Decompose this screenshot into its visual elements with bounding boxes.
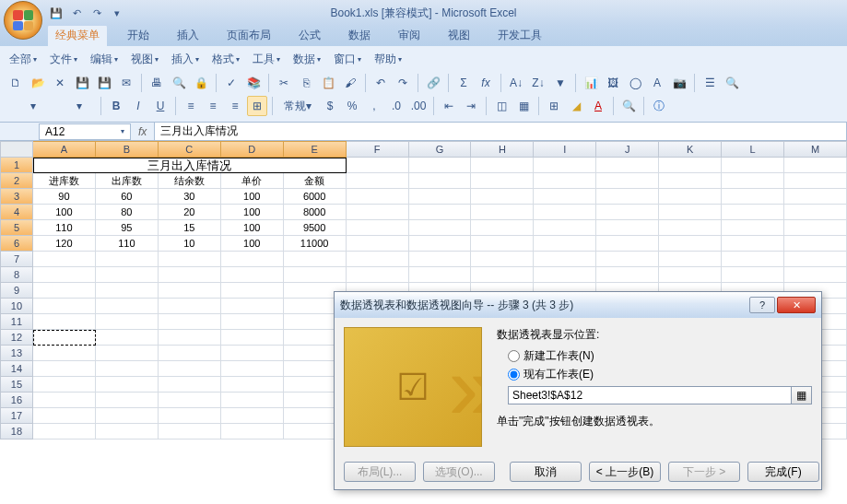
cell[interactable] (159, 408, 221, 424)
col-header-D[interactable]: D (221, 141, 284, 158)
qat-dropdown-icon[interactable]: ▾ (109, 5, 125, 21)
menu-format[interactable]: 格式▾ (208, 50, 243, 69)
options-button[interactable]: 选项(O)... (423, 462, 495, 482)
cell[interactable] (534, 267, 596, 283)
col-header-M[interactable]: M (784, 141, 847, 158)
cell[interactable] (159, 314, 221, 330)
cell[interactable] (471, 220, 534, 236)
radio-new-sheet-input[interactable] (508, 350, 520, 362)
inc-indent-icon[interactable]: ⇥ (461, 96, 481, 116)
cell[interactable]: 30 (159, 189, 221, 205)
format-painter-icon[interactable]: 🖌 (340, 73, 360, 93)
preview-icon[interactable]: 🔍 (169, 73, 189, 93)
formula-bar[interactable]: 三月出入库情况 (154, 122, 847, 141)
dec-indent-icon[interactable]: ⇤ (439, 96, 459, 116)
cell[interactable]: 6000 (284, 189, 347, 205)
currency-icon[interactable]: $ (320, 96, 340, 116)
cell[interactable] (471, 158, 534, 173)
cell[interactable] (33, 299, 96, 314)
cell[interactable] (471, 267, 534, 283)
tab-formula[interactable]: 公式 (291, 25, 328, 46)
cell[interactable]: 8000 (284, 205, 347, 220)
row-header-18[interactable]: 18 (0, 424, 33, 440)
cell[interactable] (409, 158, 472, 173)
cell[interactable] (534, 173, 596, 189)
col-header-B[interactable]: B (96, 141, 159, 158)
menu-all[interactable]: 全部▾ (6, 50, 41, 69)
cell[interactable] (722, 189, 784, 205)
row-header-3[interactable]: 3 (0, 189, 33, 205)
show-icon[interactable]: ☰ (700, 73, 720, 93)
col-header-I[interactable]: I (534, 141, 596, 158)
tab-insert[interactable]: 插入 (170, 25, 206, 46)
cell[interactable]: 120 (33, 236, 96, 252)
cell[interactable]: 进库数 (33, 173, 96, 189)
menu-file[interactable]: 文件▾ (46, 50, 81, 69)
cell[interactable] (347, 267, 409, 283)
cell[interactable] (722, 220, 784, 236)
cell[interactable] (33, 346, 96, 361)
cell[interactable] (96, 377, 159, 393)
cell[interactable] (159, 393, 221, 408)
percent-icon[interactable]: % (342, 96, 362, 116)
cell[interactable] (534, 252, 596, 267)
tab-data[interactable]: 数据 (341, 25, 378, 46)
cell[interactable] (159, 361, 221, 377)
cell[interactable] (159, 299, 221, 314)
number-format[interactable]: 常规▾ (277, 96, 318, 116)
cell[interactable] (33, 424, 96, 440)
italic-icon[interactable]: I (128, 96, 148, 116)
cell[interactable] (471, 173, 534, 189)
cell[interactable] (722, 173, 784, 189)
cell[interactable] (96, 346, 159, 361)
cell[interactable] (659, 267, 722, 283)
cell[interactable] (96, 299, 159, 314)
col-header-A[interactable]: A (33, 141, 96, 158)
cell[interactable] (96, 267, 159, 283)
copy-icon[interactable]: ⎘ (296, 73, 316, 93)
tab-classic-menu[interactable]: 经典菜单 (48, 25, 107, 46)
cell[interactable] (409, 205, 472, 220)
cell[interactable] (96, 330, 159, 346)
cell[interactable] (722, 252, 784, 267)
cell[interactable] (221, 408, 284, 424)
cell[interactable]: 110 (33, 220, 96, 236)
cell[interactable] (159, 377, 221, 393)
cell[interactable] (96, 393, 159, 408)
cell[interactable]: 100 (221, 205, 284, 220)
saveas-icon[interactable]: 💾 (94, 73, 114, 93)
help-icon[interactable]: ⓘ (649, 96, 669, 116)
save-icon[interactable]: 💾 (48, 5, 65, 21)
cell[interactable] (221, 314, 284, 330)
cell[interactable] (221, 424, 284, 440)
cell[interactable]: 90 (33, 189, 96, 205)
cell[interactable] (596, 189, 659, 205)
tab-layout[interactable]: 页面布局 (219, 25, 278, 46)
col-header-K[interactable]: K (659, 141, 722, 158)
open-icon[interactable]: 📂 (28, 73, 48, 93)
tab-view[interactable]: 视图 (441, 25, 477, 46)
chart-icon[interactable]: 📊 (581, 73, 601, 93)
spell-icon[interactable]: ✓ (221, 73, 241, 93)
dialog-close-icon[interactable]: ✕ (777, 297, 816, 313)
cell[interactable]: 100 (221, 236, 284, 252)
filter-icon[interactable]: ▼ (550, 73, 571, 93)
new-icon[interactable]: 🗋 (6, 73, 26, 93)
col-header-C[interactable]: C (159, 141, 221, 158)
cell[interactable] (347, 236, 409, 252)
cell[interactable] (784, 220, 847, 236)
col-header-H[interactable]: H (471, 141, 534, 158)
cell[interactable] (33, 393, 96, 408)
cell[interactable] (221, 267, 284, 283)
col-header-E[interactable]: E (284, 141, 347, 158)
dec-decimal-icon[interactable]: .00 (408, 96, 429, 116)
cell[interactable] (596, 252, 659, 267)
row-header-15[interactable]: 15 (0, 377, 33, 393)
cell[interactable]: 金额 (284, 173, 347, 189)
cancel-button[interactable]: 取消 (510, 462, 582, 482)
cell[interactable]: 100 (221, 220, 284, 236)
tab-dev[interactable]: 开发工具 (490, 25, 549, 46)
row-header-6[interactable]: 6 (0, 236, 33, 252)
radio-new-sheet[interactable]: 新建工作表(N) (508, 348, 812, 364)
sort-desc-icon[interactable]: Z↓ (528, 73, 548, 93)
